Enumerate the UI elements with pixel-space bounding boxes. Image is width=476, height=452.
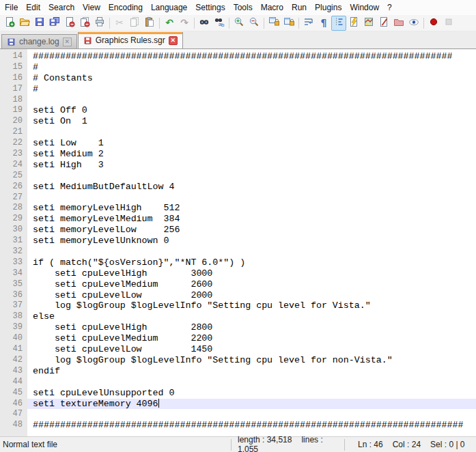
toolbar-separator bbox=[194, 18, 195, 29]
editor-line: 27 bbox=[0, 193, 476, 203]
code-text[interactable]: seti memoryLevelHigh 512 bbox=[27, 203, 476, 214]
status-line-number: Ln : 46 bbox=[358, 440, 383, 449]
status-doc-type: Normal text file bbox=[0, 440, 231, 449]
code-text[interactable]: seti cpuLevelLow 2000 bbox=[27, 290, 476, 301]
close-file-button[interactable] bbox=[62, 16, 77, 31]
line-number: 31 bbox=[0, 236, 27, 246]
code-text[interactable] bbox=[27, 193, 476, 203]
code-text[interactable] bbox=[27, 409, 476, 420]
print-button[interactable] bbox=[92, 16, 107, 31]
replace-button[interactable]: ab bbox=[212, 16, 227, 31]
close-all-button[interactable] bbox=[77, 16, 92, 31]
code-text[interactable]: seti On 1 bbox=[27, 116, 476, 127]
stop-recording-button[interactable] bbox=[441, 16, 456, 31]
code-text[interactable]: seti memoryLevelMedium 384 bbox=[27, 214, 476, 225]
code-text[interactable]: seti High 3 bbox=[27, 160, 476, 171]
menu-item-run[interactable]: Run bbox=[288, 1, 311, 14]
editor-line: 43endif bbox=[0, 366, 476, 377]
editor-line: 45seti cpuLevelUnsupported 0 bbox=[0, 388, 476, 399]
editor-line: 40 seti cpuLevelMedium 2200 bbox=[0, 333, 476, 344]
folder-as-workspace-button[interactable] bbox=[391, 16, 406, 31]
tab-label: change.log bbox=[19, 37, 59, 46]
code-text[interactable]: seti memoryLevelUnknown 0 bbox=[27, 236, 476, 246]
show-indent-guide-button[interactable] bbox=[331, 16, 346, 31]
code-text[interactable]: ########################################… bbox=[27, 420, 476, 431]
zoom-in-button[interactable] bbox=[232, 16, 247, 31]
menu-item-tools[interactable]: Tools bbox=[229, 1, 257, 14]
redo-button[interactable]: ↷ bbox=[177, 16, 192, 31]
word-wrap-button[interactable] bbox=[301, 16, 316, 31]
save-all-button[interactable] bbox=[47, 16, 62, 31]
document-map-button[interactable] bbox=[361, 16, 376, 31]
code-text[interactable]: seti cpuLevelHigh 2800 bbox=[27, 322, 476, 333]
code-text[interactable] bbox=[27, 127, 476, 138]
code-text[interactable]: seti Low 1 bbox=[27, 138, 476, 149]
sync-vertical-scrolling-button[interactable] bbox=[266, 16, 281, 31]
sync-horizontal-scrolling-button[interactable] bbox=[281, 16, 296, 31]
line-number: 38 bbox=[0, 311, 27, 322]
copy-button[interactable] bbox=[127, 16, 142, 31]
cut-button[interactable]: ✂ bbox=[112, 16, 127, 31]
zoom-out-button[interactable] bbox=[247, 16, 262, 31]
editor-area[interactable]: 14######################################… bbox=[0, 49, 476, 436]
code-text[interactable]: log $logGroup $logLevelInfo "Setting cpu… bbox=[27, 300, 476, 311]
code-text[interactable]: seti memoryLevelLow 256 bbox=[27, 225, 476, 236]
replace-icon: ab bbox=[214, 16, 225, 29]
menu-item-settings[interactable]: Settings bbox=[191, 1, 229, 14]
menu-item-view[interactable]: View bbox=[79, 1, 104, 14]
new-file-button[interactable] bbox=[2, 16, 17, 31]
code-text[interactable]: seti Medium 2 bbox=[27, 149, 476, 160]
code-text[interactable] bbox=[27, 377, 476, 388]
editor-line: 24seti High 3 bbox=[0, 160, 476, 171]
code-text[interactable]: seti cpuLevelLow 1450 bbox=[27, 344, 476, 355]
code-text[interactable]: ########################################… bbox=[27, 51, 476, 62]
code-text[interactable]: seti cpuLevelUnsupported 0 bbox=[27, 388, 476, 399]
find-button[interactable] bbox=[197, 16, 212, 31]
tab-graphics-rules-sgr[interactable]: Graphics Rules.sgr✕ bbox=[78, 32, 183, 48]
record-macro-button[interactable] bbox=[426, 16, 441, 31]
menu-item-file[interactable]: File bbox=[1, 1, 22, 14]
save-file-button[interactable] bbox=[32, 16, 47, 31]
close-tab-icon[interactable]: ✕ bbox=[63, 38, 72, 46]
code-text[interactable]: seti Off 0 bbox=[27, 105, 476, 116]
open-file-button[interactable] bbox=[17, 16, 32, 31]
menu-item-language[interactable]: Language bbox=[147, 1, 191, 14]
record-macro-icon bbox=[428, 16, 439, 29]
code-text[interactable]: seti textureMemory 4096 bbox=[27, 399, 476, 410]
user-define-dialog-button[interactable] bbox=[346, 16, 361, 31]
tab-change-log[interactable]: change.log✕ bbox=[1, 34, 77, 48]
menu-item-help[interactable]: ? bbox=[383, 1, 396, 14]
menu-item-search[interactable]: Search bbox=[44, 1, 79, 14]
editor-line: 26seti MediumButDefaultLow 4 bbox=[0, 182, 476, 193]
code-text[interactable]: # Constants bbox=[27, 73, 476, 84]
code-text[interactable]: seti MediumButDefaultLow 4 bbox=[27, 182, 476, 193]
close-tab-icon[interactable]: ✕ bbox=[169, 36, 178, 45]
function-list-button[interactable] bbox=[376, 16, 391, 31]
code-text[interactable]: log $logGroup $logLevelInfo "Setting cpu… bbox=[27, 355, 476, 366]
find-icon bbox=[199, 16, 210, 29]
line-number: 32 bbox=[0, 246, 27, 257]
menu-item-plugins[interactable]: Plugins bbox=[311, 1, 346, 14]
paste-button[interactable] bbox=[142, 16, 157, 31]
line-number: 14 bbox=[0, 51, 27, 62]
line-number: 36 bbox=[0, 290, 27, 301]
code-text[interactable] bbox=[27, 171, 476, 182]
code-text[interactable] bbox=[27, 95, 476, 106]
code-text[interactable]: endif bbox=[27, 366, 476, 377]
code-text[interactable]: seti cpuLevelHigh 3000 bbox=[27, 268, 476, 279]
code-text[interactable] bbox=[27, 246, 476, 257]
code-text[interactable]: # bbox=[27, 62, 476, 73]
code-text[interactable]: if ( match("${osVersion}","*NT 6.0*") ) bbox=[27, 257, 476, 268]
code-text[interactable]: # bbox=[27, 84, 476, 95]
menu-item-window[interactable]: Window bbox=[346, 1, 383, 14]
menu-item-macro[interactable]: Macro bbox=[257, 1, 288, 14]
undo-button[interactable]: ↶ bbox=[162, 16, 177, 31]
code-text[interactable]: else bbox=[27, 311, 476, 322]
menu-item-edit[interactable]: Edit bbox=[22, 1, 44, 14]
code-text[interactable]: seti cpuLevelMedium 2200 bbox=[27, 333, 476, 344]
line-number: 19 bbox=[0, 105, 27, 116]
show-all-characters-button[interactable]: ¶ bbox=[316, 16, 331, 31]
menu-item-encoding[interactable]: Encoding bbox=[104, 1, 147, 14]
code-text[interactable]: seti cpuLevelMedium 2600 bbox=[27, 279, 476, 290]
monitoring-button[interactable] bbox=[406, 16, 421, 31]
